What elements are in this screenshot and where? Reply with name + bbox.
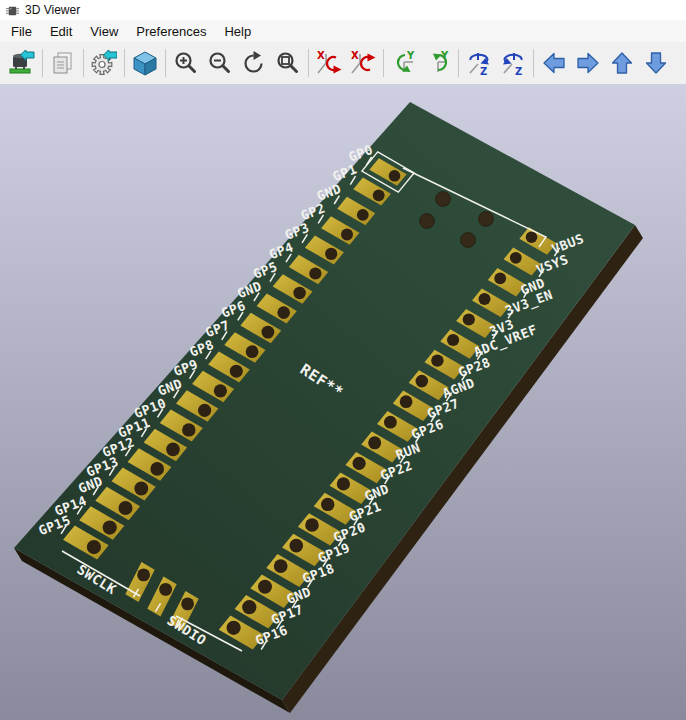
render-options-icon — [91, 50, 117, 76]
move-right-icon — [575, 50, 601, 76]
rotate-z-ccw-button[interactable]: Z — [496, 45, 530, 81]
rotate-z-ccw-icon: Z — [500, 50, 526, 76]
3d-viewer-window: 3D Viewer FileEditViewPreferencesHelp X … — [0, 0, 686, 720]
titlebar: 3D Viewer — [0, 0, 686, 20]
pin-hole — [373, 189, 385, 201]
pin-hole — [242, 600, 256, 614]
toolbar-separator — [533, 49, 534, 77]
pin-hole — [293, 287, 305, 299]
pin-hole — [416, 375, 429, 388]
rotate-x-ccw-icon: X — [350, 50, 376, 76]
pin-hole — [337, 477, 350, 490]
pin-hole — [463, 313, 475, 325]
move-up-button[interactable] — [605, 45, 639, 81]
pin-hole — [494, 272, 506, 284]
toolbar-separator — [42, 49, 43, 77]
pin-hole — [447, 334, 459, 346]
pin-hole — [368, 436, 381, 449]
pin-hole — [198, 404, 211, 417]
zoom-in-button[interactable] — [169, 45, 203, 81]
rotate-x-cw-button[interactable]: X — [312, 45, 346, 81]
pin-hole — [87, 540, 101, 554]
pin-hole — [384, 416, 397, 429]
pin-hole — [526, 231, 538, 243]
copy-image-icon — [50, 50, 76, 76]
reload-board-icon — [9, 50, 35, 76]
pin-hole — [230, 365, 243, 378]
mounting-hole — [479, 212, 494, 227]
pin-hole — [305, 518, 319, 532]
rotate-y-cw-button[interactable]: Y — [387, 45, 421, 81]
pin-hole — [400, 395, 413, 408]
toolbar-separator — [124, 49, 125, 77]
menubar: FileEditViewPreferencesHelp — [0, 20, 686, 42]
svg-text:X: X — [317, 50, 325, 61]
zoom-out-icon — [207, 50, 233, 76]
pin-hole — [214, 384, 227, 397]
menu-preferences[interactable]: Preferences — [127, 21, 215, 42]
copy-image-button[interactable] — [46, 45, 80, 81]
menu-help[interactable]: Help — [215, 21, 260, 42]
pin-hole — [353, 457, 366, 470]
rotate-y-ccw-button[interactable]: Y — [421, 45, 455, 81]
mounting-hole — [436, 192, 451, 207]
zoom-fit-button[interactable] — [271, 45, 305, 81]
rotate-x-ccw-button[interactable]: X — [346, 45, 380, 81]
view-orientation-cube-button[interactable] — [128, 45, 162, 81]
debug-hole — [181, 598, 194, 611]
pin-hole — [134, 482, 148, 496]
pin-hole — [357, 209, 369, 221]
redraw-icon — [241, 50, 267, 76]
toolbar-separator — [83, 49, 84, 77]
svg-text:Z: Z — [480, 66, 487, 76]
mounting-hole — [461, 233, 476, 248]
pin-hole — [166, 443, 180, 457]
pin-hole — [321, 498, 334, 511]
menu-file[interactable]: File — [2, 21, 41, 42]
menu-view[interactable]: View — [81, 21, 127, 42]
toolbar-separator — [165, 49, 166, 77]
pin-hole — [325, 248, 337, 260]
toolbar-separator — [383, 49, 384, 77]
toolbar: X X Y Y Z Z — [0, 42, 686, 84]
move-down-icon — [643, 50, 669, 76]
pin-hole — [227, 621, 241, 635]
pin-hole — [290, 539, 304, 553]
pin-hole — [119, 501, 133, 515]
pin-hole — [262, 326, 275, 339]
rotate-z-cw-button[interactable]: Z — [462, 45, 496, 81]
reload-board-button[interactable] — [5, 45, 39, 81]
zoom-out-button[interactable] — [203, 45, 237, 81]
rotate-x-cw-icon: X — [316, 50, 342, 76]
move-down-button[interactable] — [639, 45, 673, 81]
pin-hole — [274, 559, 288, 573]
pin-hole — [182, 423, 195, 436]
pin-hole — [479, 293, 491, 305]
debug-hole — [137, 569, 150, 582]
move-left-button[interactable] — [537, 45, 571, 81]
rotate-y-cw-icon: Y — [391, 50, 417, 76]
zoom-in-icon — [173, 50, 199, 76]
pin-hole — [258, 580, 272, 594]
toolbar-separator — [308, 49, 309, 77]
move-up-icon — [609, 50, 635, 76]
pin-hole — [277, 306, 290, 319]
zoom-fit-icon — [275, 50, 301, 76]
rotate-y-ccw-icon: Y — [425, 50, 451, 76]
pin-hole — [246, 345, 259, 358]
redraw-button[interactable] — [237, 45, 271, 81]
pin-hole — [150, 462, 164, 476]
menu-edit[interactable]: Edit — [41, 21, 81, 42]
rotate-z-cw-icon: Z — [466, 50, 492, 76]
pin-hole — [389, 170, 401, 182]
pin-hole — [510, 252, 522, 264]
pin-hole — [309, 267, 321, 279]
viewport-3d[interactable]: GP0GP1GNDGP2GP3GP4GP5GNDGP6GP7GP8GP9GNDG… — [0, 84, 686, 720]
pin-hole — [431, 354, 443, 366]
svg-text:Y: Y — [406, 50, 415, 61]
render-options-button[interactable] — [87, 45, 121, 81]
move-right-button[interactable] — [571, 45, 605, 81]
move-left-icon — [541, 50, 567, 76]
toolbar-separator — [458, 49, 459, 77]
pin-hole — [103, 521, 117, 535]
